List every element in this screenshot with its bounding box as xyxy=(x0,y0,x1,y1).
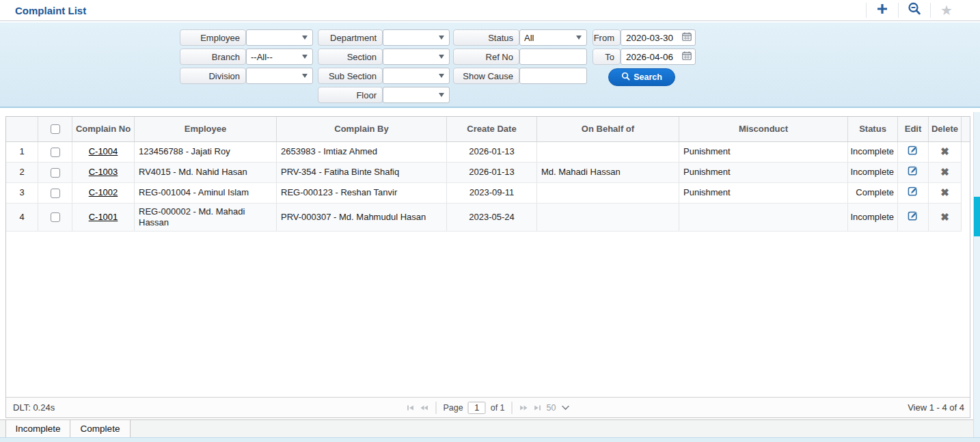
complain-no-link[interactable]: C-1004 xyxy=(89,146,118,157)
col-header-create-date[interactable]: Create Date xyxy=(447,117,537,141)
col-header-delete: Delete xyxy=(929,117,962,141)
complain-no-link[interactable]: C-1002 xyxy=(89,187,118,198)
search-button[interactable]: Search xyxy=(608,68,675,86)
sub-section-select[interactable] xyxy=(383,68,450,84)
tab-incomplete[interactable]: Incomplete xyxy=(5,420,70,437)
complain-by-cell: REG-000123 - Reshan Tanvir xyxy=(277,183,447,203)
employee-select[interactable] xyxy=(246,29,313,46)
calendar-icon[interactable] xyxy=(682,31,692,44)
delete-cell: ✖ xyxy=(929,163,962,182)
complain-no-cell: C-1003 xyxy=(72,163,135,182)
calendar-icon[interactable] xyxy=(682,51,692,63)
division-select[interactable] xyxy=(246,68,313,84)
divider xyxy=(512,402,513,414)
page-number-input[interactable] xyxy=(468,402,486,414)
status-label: Status xyxy=(453,29,519,46)
delete-x-icon[interactable]: ✖ xyxy=(940,187,949,199)
table-row: 3C-1002REG-001004 - Aminul IslamREG-0001… xyxy=(6,183,962,204)
add-button[interactable] xyxy=(867,0,898,20)
zoom-out-button[interactable] xyxy=(899,0,930,20)
employee-cell: REG-001004 - Aminul Islam xyxy=(135,183,277,203)
to-date-input[interactable]: 2026-04-06 xyxy=(621,49,696,65)
tab-complete[interactable]: Complete xyxy=(70,420,131,437)
delete-cell: ✖ xyxy=(929,183,962,203)
chevron-down-icon xyxy=(302,55,308,59)
floor-select[interactable] xyxy=(383,87,450,103)
create-date-cell: 2023-05-24 xyxy=(447,204,537,231)
bottom-frame-strip xyxy=(0,437,980,442)
complain-no-link[interactable]: C-1003 xyxy=(89,167,118,178)
edit-pencil-icon xyxy=(908,165,918,179)
show-cause-input[interactable] xyxy=(519,68,587,84)
last-page-button[interactable] xyxy=(534,404,542,412)
branch-select[interactable]: --All-- xyxy=(246,49,313,65)
col-header-on-behalf-of[interactable]: On Behalf of xyxy=(537,117,679,141)
pager: Page of 1 50 xyxy=(407,402,570,414)
row-checkbox[interactable] xyxy=(51,168,60,178)
on-behalf-of-cell xyxy=(537,204,679,231)
employee-cell: 123456788 - Jajati Roy xyxy=(135,142,277,162)
row-checkbox[interactable] xyxy=(51,189,60,198)
complain-no-cell: C-1001 xyxy=(72,204,135,231)
favorite-button[interactable]: ★ xyxy=(931,0,962,20)
prev-page-button[interactable] xyxy=(420,404,429,412)
divider xyxy=(436,402,437,414)
page-size-select[interactable]: 50 xyxy=(547,403,570,413)
grid-footer: DLT: 0.24s Page of 1 xyxy=(6,397,970,417)
select-all-checkbox[interactable] xyxy=(51,124,60,134)
edit-cell xyxy=(898,163,929,182)
on-behalf-of-cell xyxy=(537,183,679,203)
filter-panel: Employee Branch --All-- Division xyxy=(0,23,980,108)
col-header-employee[interactable]: Employee xyxy=(135,117,277,141)
ref-no-input[interactable] xyxy=(519,49,587,65)
from-date-input[interactable]: 2020-03-30 xyxy=(621,29,696,46)
status-select[interactable]: All xyxy=(519,29,587,46)
delete-x-icon[interactable]: ✖ xyxy=(940,211,949,224)
delete-x-icon[interactable]: ✖ xyxy=(940,146,949,158)
edit-button[interactable] xyxy=(908,210,918,224)
edit-button[interactable] xyxy=(908,186,918,199)
titlebar-actions: ★ xyxy=(866,0,980,20)
row-checkbox[interactable] xyxy=(51,148,60,157)
on-behalf-of-cell: Md. Mahadi Hassan xyxy=(537,163,679,182)
section-select[interactable] xyxy=(383,49,450,65)
col-header-edit: Edit xyxy=(898,117,929,141)
col-header-complain-no[interactable]: Complain No xyxy=(72,117,135,141)
sub-section-label: Sub Section xyxy=(318,68,383,84)
edit-cell xyxy=(898,183,929,203)
department-select[interactable] xyxy=(383,29,450,46)
edit-cell xyxy=(898,204,929,231)
division-label: Division xyxy=(180,68,246,84)
col-header-status[interactable]: Status xyxy=(848,117,898,141)
delete-cell: ✖ xyxy=(929,142,962,162)
col-header-misconduct[interactable]: Misconduct xyxy=(679,117,848,141)
titlebar: Complaint List ★ xyxy=(0,0,980,21)
table-header-row: Complain No Employee Complain By Create … xyxy=(6,117,970,142)
row-checkbox-cell xyxy=(38,183,72,203)
row-checkbox-cell xyxy=(38,204,72,231)
complain-no-cell: C-1002 xyxy=(72,183,135,203)
edit-pencil-icon xyxy=(908,186,918,199)
first-page-button[interactable] xyxy=(407,404,415,412)
edit-button[interactable] xyxy=(908,145,918,158)
status-cell: Incomplete xyxy=(848,142,898,162)
page-of-label: of 1 xyxy=(491,403,505,413)
col-header-complain-by[interactable]: Complain By xyxy=(277,117,447,141)
scrollbar-thumb[interactable] xyxy=(974,197,980,236)
table-row: 1C-1004123456788 - Jajati Roy2653983 - I… xyxy=(6,142,962,163)
status-cell: Complete xyxy=(848,183,898,203)
row-number: 3 xyxy=(6,183,38,203)
misconduct-cell: Punishment xyxy=(679,163,848,182)
create-date-cell: 2026-01-13 xyxy=(447,163,537,182)
vertical-scrollbar[interactable] xyxy=(973,112,980,437)
chevron-down-icon xyxy=(302,36,308,40)
edit-button[interactable] xyxy=(908,165,918,179)
complain-no-link[interactable]: C-1001 xyxy=(89,212,118,223)
delete-x-icon[interactable]: ✖ xyxy=(940,166,949,179)
create-date-cell: 2026-01-13 xyxy=(447,142,537,162)
row-checkbox[interactable] xyxy=(51,212,60,222)
row-number: 1 xyxy=(6,142,38,162)
dlt-timer: DLT: 0.24s xyxy=(13,402,55,413)
next-page-button[interactable] xyxy=(519,404,529,412)
chevron-down-icon xyxy=(576,36,582,40)
